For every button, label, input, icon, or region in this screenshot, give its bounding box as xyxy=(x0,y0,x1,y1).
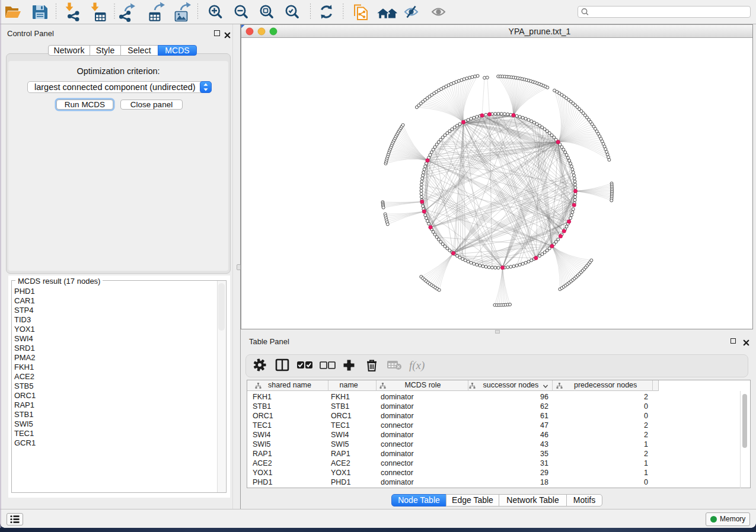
svg-text:f(x): f(x) xyxy=(409,359,425,372)
